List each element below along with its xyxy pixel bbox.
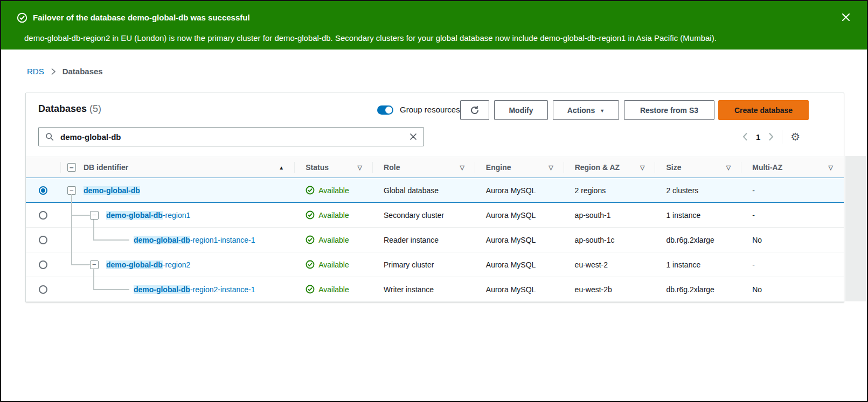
databases-panel: Databases (5) Group resources Modify Act…: [25, 93, 844, 302]
group-resources-toggle[interactable]: [377, 105, 393, 115]
panel-title-text: Databases: [38, 103, 87, 114]
collapse-toggle-icon[interactable]: −: [90, 260, 99, 269]
breadcrumb: RDS Databases: [27, 67, 103, 76]
column-header-engine[interactable]: Engine ▽: [475, 157, 564, 178]
panel-title: Databases (5): [38, 103, 101, 115]
row-radio-selected[interactable]: [39, 186, 47, 195]
size-cell: 1 instance: [655, 252, 741, 277]
role-cell: Secondary cluster: [373, 203, 475, 227]
row-radio[interactable]: [39, 285, 47, 294]
status-text: Available: [318, 260, 349, 269]
sort-icon: ▽: [726, 164, 731, 171]
filter-match-text: demo-global-db: [106, 211, 163, 220]
clear-filter-icon[interactable]: [409, 133, 417, 140]
header-label: Engine: [486, 163, 511, 172]
id-rest-text: -region1: [163, 211, 190, 220]
status-text: Available: [318, 186, 349, 195]
size-cell: 1 instance: [655, 203, 741, 227]
header-label: Region & AZ: [575, 163, 620, 172]
flashbar-message: demo-global-db-region2 in EU (London) is…: [24, 33, 717, 43]
table-header: − DB identifier ▲ Status ▽ Role ▽ Engine…: [26, 157, 844, 178]
row-radio[interactable]: [39, 236, 47, 244]
next-page-icon[interactable]: [768, 132, 774, 141]
check-circle-icon: [305, 235, 315, 244]
region-cell: 2 regions: [564, 178, 656, 202]
status-text: Available: [318, 211, 349, 220]
breadcrumb-current: Databases: [63, 67, 103, 76]
engine-cell: Aurora MySQL: [475, 178, 564, 202]
row-radio[interactable]: [39, 211, 47, 220]
column-header-db-identifier[interactable]: − DB identifier ▲: [61, 157, 295, 178]
filter-match-text: demo-global-db: [106, 260, 163, 269]
header-label: Size: [666, 163, 681, 172]
table-row[interactable]: demo-global-db-region1-instance-1 Availa…: [26, 228, 844, 252]
panel-count: (5): [89, 103, 101, 114]
flashbar-close-icon[interactable]: [841, 12, 851, 22]
role-cell: Writer instance: [373, 277, 475, 301]
size-cell: 2 clusters: [655, 178, 741, 202]
engine-cell: Aurora MySQL: [475, 252, 564, 277]
table-row[interactable]: demo-global-db-region2-instance-1 Availa…: [26, 277, 844, 302]
filter-search-box: [38, 127, 424, 146]
status-badge: Available: [305, 186, 349, 195]
collapse-all-icon[interactable]: −: [67, 163, 76, 172]
column-header-region-az[interactable]: Region & AZ ▽: [564, 157, 656, 178]
actions-button[interactable]: Actions ▼: [553, 100, 619, 120]
engine-cell: Aurora MySQL: [475, 277, 564, 301]
previous-page-icon[interactable]: [742, 132, 748, 141]
size-cell: db.r6g.2xlarge: [655, 228, 741, 252]
role-cell: Reader instance: [373, 228, 475, 252]
vertical-scrollbar[interactable]: [845, 156, 866, 301]
db-identifier-link[interactable]: demo-global-db-region2: [106, 260, 190, 269]
db-identifier-link[interactable]: demo-global-db-region1-instance-1: [134, 236, 255, 244]
restore-from-s3-button[interactable]: Restore from S3: [624, 100, 714, 120]
collapse-toggle-icon[interactable]: −: [67, 186, 76, 195]
check-circle-icon: [305, 186, 315, 195]
create-database-button[interactable]: Create database: [718, 100, 809, 120]
table-row[interactable]: − demo-global-db-region2 Available Prima…: [26, 252, 844, 277]
sort-icon: ▽: [460, 164, 464, 171]
refresh-button[interactable]: [460, 100, 489, 120]
filter-search-input[interactable]: [59, 132, 409, 142]
pagination: 1 ⚙: [742, 127, 800, 146]
preferences-gear-icon[interactable]: ⚙: [790, 131, 800, 142]
multi-az-cell: -: [741, 203, 844, 227]
region-cell: ap-south-1c: [564, 228, 656, 252]
column-header-multi-az[interactable]: Multi-AZ ▽: [741, 157, 844, 178]
engine-cell: Aurora MySQL: [475, 203, 564, 227]
table-row[interactable]: − demo-global-db-region1 Available Secon…: [26, 203, 844, 228]
filter-match-text: demo-global-db: [134, 236, 190, 244]
id-rest-text: -region1-instance-1: [190, 236, 255, 244]
role-cell: Primary cluster: [373, 252, 475, 277]
check-circle-icon: [305, 285, 315, 294]
db-identifier-link[interactable]: demo-global-db: [84, 186, 140, 195]
modify-button[interactable]: Modify: [494, 100, 548, 120]
db-identifier-link[interactable]: demo-global-db-region2-instance-1: [134, 285, 255, 294]
pagination-divider: [782, 130, 782, 144]
role-cell: Global database: [373, 178, 475, 202]
column-header-role[interactable]: Role ▽: [373, 157, 475, 178]
status-badge: Available: [305, 260, 349, 269]
column-header-status[interactable]: Status ▽: [295, 157, 373, 178]
header-label: DB identifier: [84, 163, 128, 172]
multi-az-cell: -: [741, 178, 844, 202]
row-radio[interactable]: [39, 260, 47, 269]
multi-az-cell: No: [741, 228, 844, 252]
region-cell: eu-west-2b: [564, 277, 656, 301]
db-identifier-link[interactable]: demo-global-db-region1: [106, 211, 190, 220]
table-row[interactable]: − demo-global-db Available Global databa…: [26, 178, 844, 203]
sort-icon: ▽: [548, 164, 553, 171]
status-badge: Available: [305, 210, 349, 220]
id-rest-text: -region2: [163, 260, 190, 269]
column-header-size[interactable]: Size ▽: [655, 157, 741, 178]
status-text: Available: [318, 236, 349, 244]
breadcrumb-chevron-icon: [51, 68, 56, 75]
success-flashbar: Failover of the database demo-global-db …: [1, 1, 867, 50]
page-number[interactable]: 1: [756, 132, 760, 142]
table-body: − demo-global-db Available Global databa…: [26, 178, 844, 302]
flashbar-title: Failover of the database demo-global-db …: [33, 13, 250, 22]
actions-label: Actions: [567, 106, 595, 115]
status-badge: Available: [305, 235, 349, 244]
breadcrumb-rds-link[interactable]: RDS: [27, 67, 44, 76]
collapse-toggle-icon[interactable]: −: [90, 211, 99, 220]
